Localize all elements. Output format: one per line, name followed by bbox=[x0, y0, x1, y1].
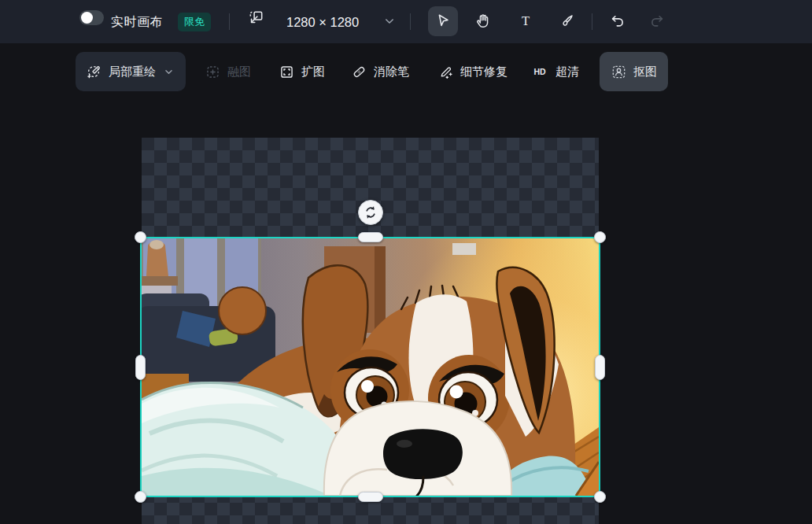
resize-handle-top-left[interactable] bbox=[135, 231, 146, 243]
tool-inpaint[interactable]: 局部重绘 bbox=[76, 52, 186, 91]
redo-icon bbox=[648, 13, 666, 30]
pan-tool-button[interactable] bbox=[468, 6, 498, 36]
tool-label: 抠图 bbox=[633, 65, 657, 79]
tool-erase-pen[interactable]: 消除笔 bbox=[351, 52, 409, 91]
redo-button[interactable] bbox=[642, 6, 672, 36]
tool-label: 扩图 bbox=[301, 65, 325, 79]
limited-free-badge: 限免 bbox=[178, 13, 211, 31]
toggle-knob bbox=[81, 12, 93, 24]
resize-handle-top-right[interactable] bbox=[594, 231, 606, 243]
svg-text:T: T bbox=[522, 13, 530, 28]
cursor-icon bbox=[434, 13, 452, 30]
resize-canvas-icon bbox=[247, 9, 265, 27]
canvas-area[interactable] bbox=[0, 94, 812, 524]
tool-blend[interactable]: 融图 bbox=[205, 52, 251, 91]
resize-handle-bottom-right[interactable] bbox=[594, 491, 606, 503]
resize-handle-top[interactable] bbox=[358, 232, 383, 242]
text-tool-button[interactable]: T bbox=[511, 6, 541, 36]
tool-label: 局部重绘 bbox=[109, 65, 156, 79]
brush-icon bbox=[558, 13, 575, 30]
hand-icon bbox=[474, 13, 492, 30]
tool-cutout[interactable]: 抠图 bbox=[600, 52, 668, 91]
detail-repair-icon bbox=[437, 64, 454, 80]
cutout-icon bbox=[611, 64, 627, 80]
divider bbox=[410, 13, 411, 30]
text-icon: T bbox=[517, 13, 534, 30]
divider bbox=[592, 13, 592, 30]
resize-handle-bottom[interactable] bbox=[358, 492, 383, 502]
tool-label: 消除笔 bbox=[374, 65, 409, 79]
inpaint-icon bbox=[86, 64, 102, 80]
undo-button[interactable] bbox=[603, 6, 633, 36]
tool-detail-repair[interactable]: 细节修复 bbox=[437, 52, 507, 91]
divider bbox=[229, 13, 230, 30]
tool-label: 细节修复 bbox=[460, 65, 507, 79]
select-tool-button[interactable] bbox=[428, 6, 458, 36]
svg-text:HD: HD bbox=[533, 67, 546, 76]
undo-icon bbox=[609, 13, 626, 30]
hd-icon: HD bbox=[530, 64, 549, 80]
rotate-icon bbox=[363, 205, 378, 220]
expand-icon bbox=[279, 64, 295, 80]
resize-handle-bottom-left[interactable] bbox=[135, 491, 146, 503]
resize-handle-right[interactable] bbox=[595, 355, 605, 380]
chevron-down-icon bbox=[162, 65, 175, 79]
tool-label: 超清 bbox=[555, 65, 579, 79]
blend-icon bbox=[205, 64, 221, 80]
edit-toolbar: 局部重绘 融图 扩图 bbox=[0, 52, 812, 91]
rotate-handle[interactable] bbox=[358, 200, 383, 225]
selection-box[interactable] bbox=[140, 237, 600, 497]
tool-hd-upscale[interactable]: HD 超清 bbox=[530, 52, 579, 91]
erase-pen-icon bbox=[351, 64, 367, 80]
canvas-size-value: 1280 × 1280 bbox=[286, 14, 359, 29]
tool-expand[interactable]: 扩图 bbox=[279, 52, 325, 91]
resize-handle-left[interactable] bbox=[135, 355, 146, 380]
live-canvas-label: 实时画布 bbox=[111, 13, 163, 30]
chevron-down-icon bbox=[382, 13, 397, 29]
tool-label: 融图 bbox=[227, 65, 251, 79]
topbar: 实时画布 限免 1280 × 1280 bbox=[0, 0, 812, 43]
brush-tool-button[interactable] bbox=[552, 6, 581, 36]
live-canvas-toggle[interactable] bbox=[79, 10, 104, 25]
